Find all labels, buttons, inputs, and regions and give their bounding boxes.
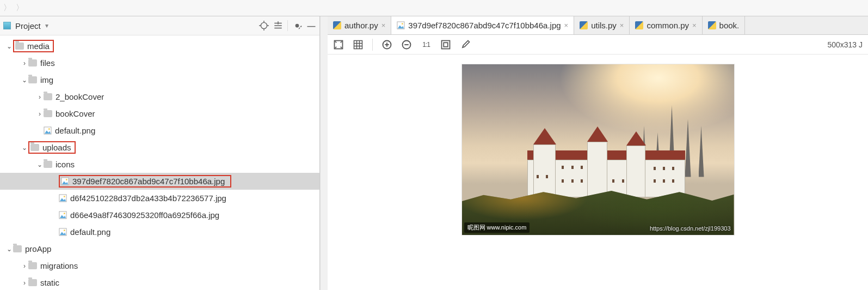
tab-common-py[interactable]: common.py × <box>630 16 702 34</box>
tree-label: 397d9ef7820c867abd9c47c7f10bb46a.jpg <box>72 177 225 186</box>
project-panel-title[interactable]: Project <box>15 21 41 31</box>
tree-file-default-png[interactable]: default.png <box>0 223 319 240</box>
python-file-icon <box>635 21 643 29</box>
tree-file-selected-jpg[interactable]: 397d9ef7820c867abd9c47c7f10bb46a.jpg <box>0 173 319 190</box>
tree-folder-proapp[interactable]: ⌄ proApp <box>0 240 319 257</box>
tree-label: migrations <box>40 261 78 270</box>
watermark-source: 昵图网 www.nipic.com <box>464 222 530 233</box>
chevron-right-icon[interactable]: › <box>36 110 44 118</box>
zoom-in-icon[interactable] <box>381 39 392 50</box>
svg-rect-38 <box>442 40 450 49</box>
gear-icon[interactable] <box>292 21 302 31</box>
svg-rect-39 <box>444 43 448 47</box>
tab-active-image[interactable]: 397d9ef7820c867abd9c47c7f10bb46a.jpg × <box>391 16 574 34</box>
image-dimensions: 500x313 J <box>827 40 863 49</box>
tree-label: files <box>40 58 55 68</box>
tab-book-py[interactable]: book. <box>703 16 746 34</box>
breadcrumb-bar: 〉〉 <box>0 0 868 16</box>
chevron-right-icon[interactable]: › <box>21 262 28 270</box>
tree-file-jpg[interactable]: d6f42510228d37db2a433b4b72236577.jpg <box>0 190 319 207</box>
svg-point-11 <box>48 128 50 130</box>
hide-icon[interactable]: — <box>306 21 316 31</box>
chevron-right-icon[interactable]: › <box>21 59 28 67</box>
tree-label: default.png <box>55 126 95 135</box>
tree-folder-migrations[interactable]: › migrations <box>0 257 319 274</box>
close-icon[interactable]: × <box>692 21 697 29</box>
svg-point-20 <box>64 213 65 214</box>
svg-point-26 <box>402 23 403 25</box>
svg-point-0 <box>261 22 267 28</box>
main-area: Project ▾ — ⌄ media › files ⌄ img <box>0 16 868 290</box>
folder-icon <box>44 110 52 117</box>
tab-label: book. <box>719 21 740 30</box>
close-icon[interactable]: × <box>381 21 386 29</box>
tree-folder-files[interactable]: › files <box>0 55 319 71</box>
chevron-down-icon[interactable]: ⌄ <box>5 43 13 50</box>
fit-screen-icon[interactable] <box>333 39 344 50</box>
grid-icon[interactable] <box>353 39 364 50</box>
tab-label: 397d9ef7820c867abd9c47c7f10bb46a.jpg <box>408 21 561 30</box>
close-icon[interactable]: × <box>564 21 569 29</box>
image-toolbar: 1:1 500x313 J <box>328 35 868 55</box>
chevron-right-icon[interactable]: › <box>21 279 28 287</box>
tree-folder-2bookcover[interactable]: › 2_bookCover <box>0 88 319 105</box>
tree-file-default-png[interactable]: default.png <box>0 122 319 139</box>
tree-folder-static[interactable]: › static <box>0 274 319 290</box>
svg-rect-28 <box>354 40 362 49</box>
image-file-icon <box>59 194 67 202</box>
chevron-right-icon[interactable]: › <box>36 93 44 101</box>
tab-utils-py[interactable]: utils.py × <box>574 16 630 34</box>
tree-label: d66e49a8f74630925320ff0a6925f66a.jpg <box>70 210 219 220</box>
folder-icon <box>28 76 37 83</box>
image-file-icon <box>59 228 67 236</box>
color-picker-icon[interactable] <box>460 39 471 50</box>
tree-label: icons <box>56 160 75 169</box>
tree-label: static <box>40 278 59 287</box>
image-preview: 昵图网 www.nipic.com https://blog.csdn.net/… <box>462 64 734 235</box>
tree-label: uploads <box>42 143 71 152</box>
tree-file-jpg[interactable]: d66e49a8f74630925320ff0a6925f66a.jpg <box>0 207 319 223</box>
collapse-all-icon[interactable] <box>273 21 283 31</box>
chevron-down-icon[interactable]: ⌄ <box>36 161 44 168</box>
tree-folder-bookcover[interactable]: › bookCover <box>0 105 319 122</box>
folder-icon <box>28 279 37 286</box>
tab-label: utils.py <box>591 21 617 30</box>
actual-size-button[interactable]: 1:1 <box>421 39 432 50</box>
folder-icon <box>28 262 37 269</box>
folder-icon <box>30 144 39 151</box>
svg-point-17 <box>64 196 65 197</box>
locate-icon[interactable] <box>259 21 269 31</box>
fit-window-icon[interactable] <box>440 39 451 50</box>
chevron-down-icon[interactable]: ⌄ <box>21 144 28 152</box>
tree-folder-uploads[interactable]: ⌄ uploads <box>0 139 319 156</box>
tab-author-py[interactable]: author.py × <box>328 16 391 34</box>
image-file-icon <box>397 21 405 29</box>
close-icon[interactable]: × <box>620 21 624 29</box>
image-canvas[interactable]: 昵图网 www.nipic.com https://blog.csdn.net/… <box>328 55 868 290</box>
folder-icon <box>44 93 52 100</box>
tree-label: proApp <box>25 244 51 253</box>
folder-icon <box>15 43 24 50</box>
tree-label: 2_bookCover <box>56 92 104 101</box>
chevron-down-icon[interactable]: ⌄ <box>21 76 28 84</box>
tree-label: bookCover <box>56 109 95 118</box>
watermark-blog: https://blog.csdn.net/zjl199303 <box>650 225 731 232</box>
image-file-icon <box>61 177 69 185</box>
tree-label: media <box>27 41 50 51</box>
project-tree[interactable]: ⌄ media › files ⌄ img › 2_bookCover › bo… <box>0 35 319 290</box>
tab-label: author.py <box>344 21 378 30</box>
project-panel-header: Project ▾ — <box>0 16 319 35</box>
chevron-down-icon[interactable]: ⌄ <box>5 245 13 253</box>
project-sidebar: Project ▾ — ⌄ media › files ⌄ img <box>0 16 320 290</box>
tree-folder-media[interactable]: ⌄ media <box>0 38 319 55</box>
split-gutter[interactable] <box>320 16 328 290</box>
tree-folder-icons[interactable]: ⌄ icons <box>0 156 319 173</box>
svg-point-23 <box>64 229 65 231</box>
python-file-icon <box>708 21 716 29</box>
tree-folder-img[interactable]: ⌄ img <box>0 71 319 88</box>
python-file-icon <box>580 21 588 29</box>
zoom-out-icon[interactable] <box>401 39 412 50</box>
image-file-icon <box>59 211 67 219</box>
tree-label: default.png <box>70 227 110 237</box>
chevron-down-icon[interactable]: ▾ <box>45 22 48 29</box>
